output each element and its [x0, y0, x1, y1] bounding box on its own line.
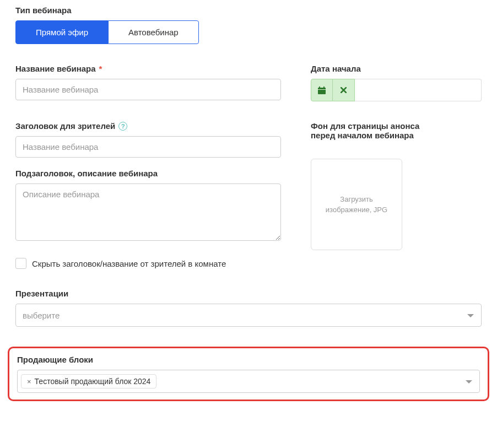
title-bg-row: Заголовок для зрителей ? Подзаголовок, о…	[15, 121, 482, 289]
hide-title-label: Скрыть заголовок/название от зрителей в …	[32, 259, 226, 268]
start-date-section: Дата начала	[311, 64, 482, 101]
presentations-label: Презентации	[15, 289, 482, 298]
hide-title-row: Скрыть заголовок/название от зрителей в …	[15, 258, 281, 269]
left-column: Заголовок для зрителей ? Подзаголовок, о…	[15, 121, 281, 289]
selling-blocks-label: Продающие блоки	[17, 355, 480, 364]
calendar-icon	[318, 87, 326, 94]
clear-date-button[interactable]	[333, 79, 355, 101]
selling-blocks-wrapper: Продающие блоки × Тестовый продающий бло…	[15, 347, 482, 401]
background-label: Фон для страницы анонса перед началом ве…	[311, 121, 432, 140]
subtitle-textarea[interactable]	[15, 183, 281, 241]
chip-remove-icon[interactable]: ×	[27, 377, 31, 386]
presentations-section: Презентации выберите	[15, 289, 482, 327]
selected-chip: × Тестовый продающий блок 2024	[21, 374, 156, 388]
presentations-placeholder: выберите	[23, 311, 60, 320]
calendar-button[interactable]	[311, 79, 333, 101]
subtitle-section: Подзаголовок, описание вебинара	[15, 169, 281, 242]
viewer-title-section: Заголовок для зрителей ?	[15, 121, 281, 158]
name-date-row: Название вебинара * Дата начала	[15, 64, 482, 101]
date-input-group	[311, 79, 482, 101]
svg-rect-3	[318, 89, 326, 90]
close-icon	[341, 87, 347, 93]
required-mark: *	[99, 64, 102, 73]
upload-image-box[interactable]: Загрузить изображение, JPG	[311, 159, 402, 250]
viewer-title-label-text: Заголовок для зрителей	[15, 121, 115, 131]
webinar-name-label: Название вебинара *	[15, 64, 281, 73]
webinar-type-section: Тип вебинара Прямой эфир Автовебинар	[15, 6, 482, 44]
svg-rect-1	[319, 87, 320, 88]
viewer-title-label: Заголовок для зрителей ?	[15, 121, 281, 131]
hide-title-checkbox[interactable]	[15, 258, 26, 269]
presentations-select[interactable]: выберите	[15, 304, 482, 327]
background-section: Фон для страницы анонса перед началом ве…	[311, 121, 482, 289]
chevron-down-icon	[467, 311, 474, 320]
tab-live[interactable]: Прямой эфир	[15, 20, 109, 44]
start-date-label: Дата начала	[311, 64, 482, 73]
webinar-name-label-text: Название вебинара	[15, 64, 96, 73]
date-display[interactable]	[355, 79, 482, 101]
svg-rect-2	[323, 87, 325, 88]
chevron-down-icon	[465, 377, 473, 386]
viewer-title-input[interactable]	[15, 136, 281, 158]
chip-label: Тестовый продающий блок 2024	[35, 377, 151, 386]
webinar-type-tabs: Прямой эфир Автовебинар	[15, 20, 199, 44]
webinar-name-input[interactable]	[15, 79, 281, 100]
subtitle-label: Подзаголовок, описание вебинара	[15, 169, 281, 178]
selling-blocks-highlight: Продающие блоки × Тестовый продающий бло…	[8, 347, 489, 401]
svg-rect-0	[318, 88, 326, 94]
selling-blocks-select[interactable]: × Тестовый продающий блок 2024	[17, 370, 480, 393]
webinar-type-label: Тип вебинара	[15, 6, 482, 15]
upload-text: Загрузить изображение, JPG	[317, 194, 396, 215]
help-icon[interactable]: ?	[118, 122, 127, 131]
tab-auto[interactable]: Автовебинар	[109, 20, 199, 44]
webinar-name-section: Название вебинара *	[15, 64, 281, 101]
